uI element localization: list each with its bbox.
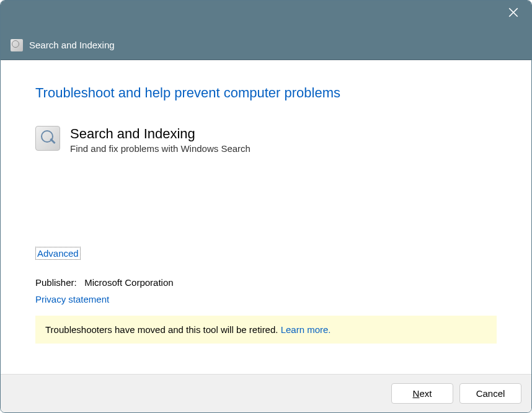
troubleshooter-title: Search and Indexing: [70, 126, 250, 142]
warning-text: Troubleshooters have moved and this tool…: [45, 324, 281, 335]
close-icon[interactable]: [508, 7, 519, 18]
next-button[interactable]: Next: [391, 383, 453, 404]
content-area: Troubleshoot and help prevent computer p…: [1, 60, 531, 374]
window-title: Search and Indexing: [29, 40, 115, 50]
titlebar-top: [1, 1, 531, 30]
publisher-value: Microsoft Corporation: [84, 277, 173, 288]
titlebar: Search and Indexing: [1, 30, 531, 60]
search-magnifier-icon: [35, 126, 60, 151]
troubleshooter-icon: [11, 39, 23, 51]
publisher-label: Publisher:: [35, 277, 77, 288]
cancel-button[interactable]: Cancel: [459, 383, 521, 404]
page-heading: Troubleshoot and help prevent computer p…: [35, 85, 497, 101]
privacy-statement-link[interactable]: Privacy statement: [35, 294, 109, 304]
warning-banner: Troubleshooters have moved and this tool…: [35, 316, 497, 344]
learn-more-link[interactable]: Learn more.: [281, 324, 331, 335]
footer: Next Cancel: [1, 374, 531, 412]
publisher-row: Publisher: Microsoft Corporation: [35, 277, 497, 288]
troubleshooter-info: Search and Indexing Find and fix problem…: [35, 126, 497, 154]
advanced-link[interactable]: Advanced: [35, 247, 81, 260]
troubleshooter-description: Find and fix problems with Windows Searc…: [70, 143, 250, 154]
